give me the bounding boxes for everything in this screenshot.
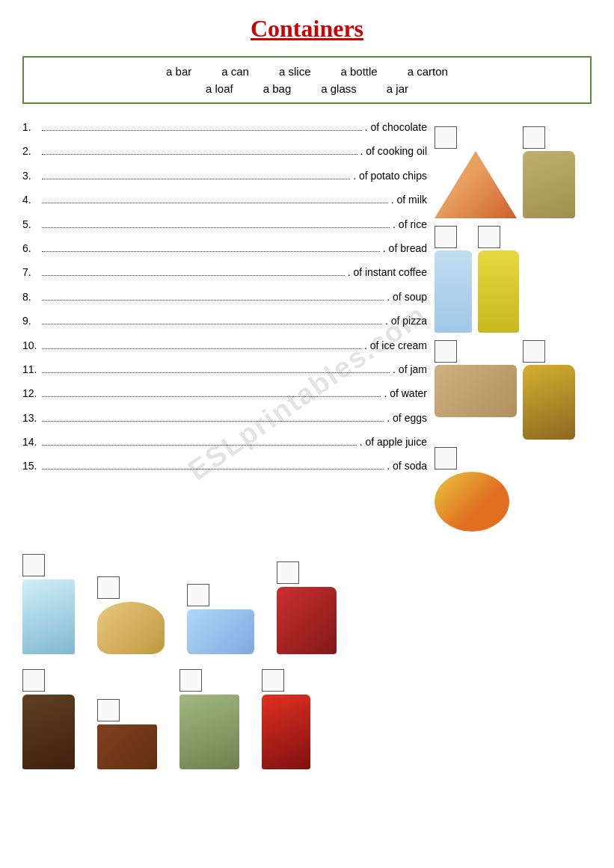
word-jar: a jar xyxy=(387,82,408,95)
answer-box-choc xyxy=(97,699,120,721)
content-area: 1.. of chocolate2.. of cooking oil3.. of… xyxy=(22,119,592,532)
exercise-item: 5.. of rice xyxy=(22,216,427,233)
exercise-of-text: . of apple juice xyxy=(360,434,427,450)
chips-image xyxy=(523,365,575,440)
answer-box-eggs xyxy=(435,340,457,363)
eggs-group xyxy=(435,340,517,417)
exercise-of-text: . of eggs xyxy=(387,410,427,426)
answer-box-milk xyxy=(22,554,45,576)
exercise-number: 9. xyxy=(22,313,42,329)
answer-dots xyxy=(42,300,384,301)
bottle-image xyxy=(435,250,472,333)
bottom-icecream xyxy=(187,584,254,654)
exercise-number: 7. xyxy=(22,264,42,280)
exercise-number: 13. xyxy=(22,410,42,426)
coffee-image xyxy=(22,695,75,769)
milk-image xyxy=(22,579,75,654)
answer-dots xyxy=(42,275,345,276)
bottom-row-2 xyxy=(22,669,592,769)
img-row-eggs-chips xyxy=(435,340,575,440)
word-carton: a carton xyxy=(408,65,448,78)
answer-dots xyxy=(42,469,384,470)
answer-box-icecream xyxy=(187,584,209,606)
answer-dots xyxy=(42,396,381,397)
exercise-of-text: . of soda xyxy=(387,458,427,474)
answer-box-bottle xyxy=(435,226,457,248)
exercise-item: 7.. of instant coffee xyxy=(22,264,427,280)
chips-bag-group xyxy=(523,126,575,218)
exercise-of-text: . of water xyxy=(384,385,427,401)
exercise-of-text: . of potato chips xyxy=(353,167,427,184)
bottom-coffee xyxy=(22,669,75,769)
bottom-soda xyxy=(262,669,310,769)
word-bar: a bar xyxy=(166,65,191,78)
bread-image xyxy=(97,602,165,654)
bottle-group xyxy=(435,226,472,333)
bottom-row-1 xyxy=(22,554,592,654)
answer-box-soup xyxy=(179,669,202,692)
exercise-number: 6. xyxy=(22,240,42,256)
word-slice: a slice xyxy=(279,65,311,78)
answer-box-coffee xyxy=(22,669,45,692)
answer-dots xyxy=(42,445,357,446)
answer-dots xyxy=(42,227,390,228)
answer-box-pizza xyxy=(435,126,457,149)
bottom-bread xyxy=(97,576,165,654)
exercise-number: 15. xyxy=(22,458,42,474)
chips-group xyxy=(523,340,575,440)
answer-dots xyxy=(42,179,350,179)
word-bottle: a bottle xyxy=(341,65,378,78)
exercise-item: 1.. of chocolate xyxy=(22,119,427,135)
word-row-1: a bar a can a slice a bottle a carton xyxy=(39,65,575,78)
answer-dots xyxy=(42,324,382,324)
exercise-number: 11. xyxy=(22,361,42,378)
soup-image xyxy=(179,695,239,769)
answer-dots xyxy=(42,372,390,373)
exercise-item: 6.. of bread xyxy=(22,240,427,256)
exercise-of-text: . of ice cream xyxy=(364,337,427,354)
answer-box-oil xyxy=(478,226,500,248)
exercise-of-text: . of cooking oil xyxy=(360,143,428,159)
exercise-number: 10. xyxy=(22,337,42,354)
bottom-soup xyxy=(179,669,239,769)
exercise-of-text: . of jam xyxy=(393,361,427,378)
exercise-number: 2. xyxy=(22,143,42,159)
oil-group xyxy=(478,226,519,333)
icecream-image xyxy=(187,609,254,654)
exercise-of-text: . of milk xyxy=(391,191,427,208)
word-bag: a bag xyxy=(263,82,292,95)
exercise-number: 4. xyxy=(22,191,42,208)
bottom-milk xyxy=(22,554,75,654)
answer-dots xyxy=(42,130,362,131)
page-wrapper: ESLprintables.com Containers a bar a can… xyxy=(22,15,592,769)
juice-image xyxy=(435,472,509,532)
exercise-item: 11.. of jam xyxy=(22,361,427,378)
bottom-jam xyxy=(277,561,337,654)
exercise-of-text: . of rice xyxy=(393,216,427,233)
exercise-item: 12.. of water xyxy=(22,385,427,401)
exercise-item: 9.. of pizza xyxy=(22,313,427,329)
word-can: a can xyxy=(221,65,249,78)
exercise-item: 10.. of ice cream xyxy=(22,337,427,354)
choc-image xyxy=(97,724,157,769)
exercise-number: 5. xyxy=(22,216,42,233)
jam-image xyxy=(277,587,337,654)
word-glass: a glass xyxy=(321,82,357,95)
bottom-choc xyxy=(97,699,157,769)
pizza-group xyxy=(435,126,517,218)
juice-group xyxy=(435,447,509,532)
word-row-2: a loaf a bag a glass a jar xyxy=(39,82,575,95)
answer-dots xyxy=(42,348,361,349)
exercise-item: 8.. of soup xyxy=(22,289,427,305)
img-row-bottle-oil xyxy=(435,226,575,333)
exercise-number: 12. xyxy=(22,385,42,401)
soda-image xyxy=(262,695,310,769)
answer-box-soda xyxy=(262,669,284,692)
exercise-item: 3.. of potato chips xyxy=(22,167,427,184)
pizza-image xyxy=(435,151,517,218)
answer-dots xyxy=(42,421,384,422)
img-row-juice xyxy=(435,447,575,532)
answer-dots xyxy=(42,154,357,155)
exercise-of-text: . of pizza xyxy=(385,313,427,329)
exercise-of-text: . of chocolate xyxy=(365,119,427,135)
